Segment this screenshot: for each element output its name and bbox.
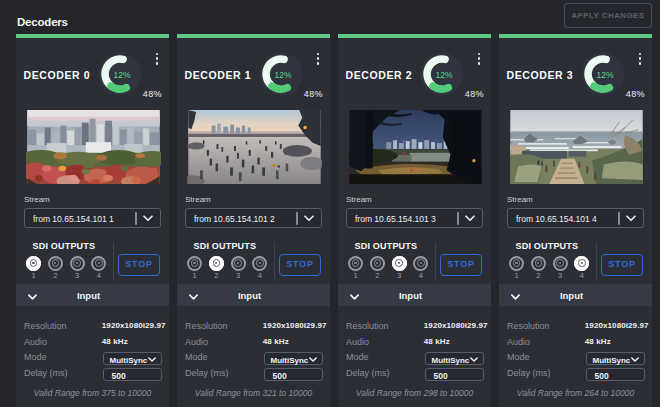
svg-text:12%: 12%: [435, 70, 452, 80]
svg-text:12%: 12%: [274, 70, 291, 80]
svg-text:12%: 12%: [113, 70, 130, 80]
svg-text:12%: 12%: [596, 70, 613, 80]
